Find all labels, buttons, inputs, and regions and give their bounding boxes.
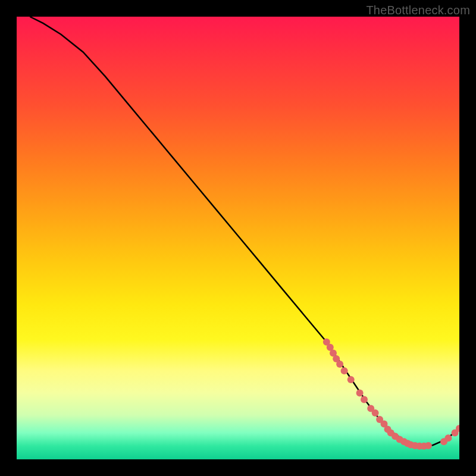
data-point: [425, 442, 432, 449]
plot-area: [17, 17, 459, 459]
data-point: [341, 367, 348, 374]
chart-container: TheBottleneck.com: [0, 0, 476, 476]
watermark-text: TheBottleneck.com: [366, 4, 470, 17]
curve-layer: [30, 17, 459, 446]
data-point: [444, 434, 452, 441]
data-point: [347, 376, 355, 383]
data-point: [336, 361, 343, 368]
data-point: [361, 396, 368, 403]
bottleneck-curve: [30, 17, 459, 446]
chart-overlay: [17, 17, 459, 459]
points-layer: [323, 339, 459, 450]
data-point: [356, 389, 364, 396]
data-point: [372, 409, 379, 416]
